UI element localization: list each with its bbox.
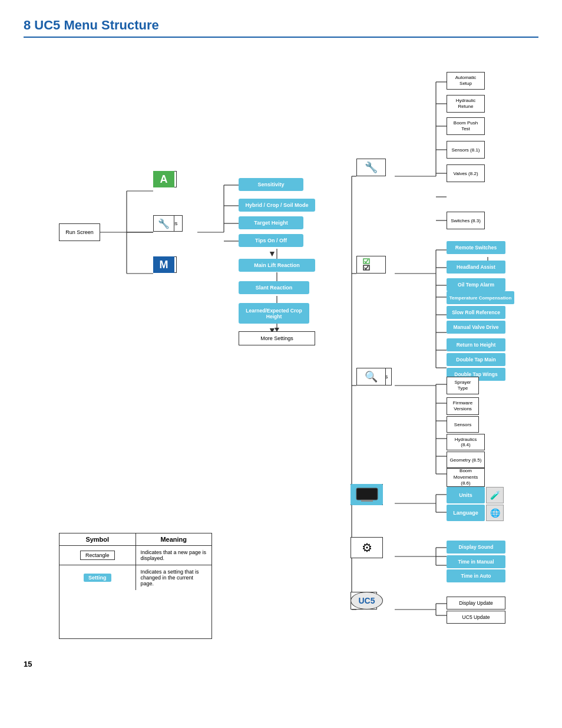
boom-movements-8-6-node: Boom Movements (8.6) (447, 468, 485, 487)
target-height-node: Target Height (239, 216, 303, 229)
more-settings-node: More Settings (239, 331, 315, 345)
legend: Symbol Meaning Rectangle Indicates that … (59, 533, 212, 639)
options-icon (356, 256, 386, 274)
legend-setting-meaning: Indicates a setting that is changed in t… (136, 565, 212, 590)
uc5-update-node: UC5 Update (447, 611, 505, 624)
diagnostics-icon: 🔍 (356, 368, 386, 386)
display-update-node: Display Update (447, 597, 505, 610)
settings-icon: 🔧 (153, 215, 174, 232)
display-settings-icon (351, 484, 383, 505)
geometry-8-5-node: Geometry (8.5) (447, 452, 485, 468)
language-node: Language (447, 505, 485, 521)
legend-symbol-header: Symbol (59, 533, 136, 545)
slow-roll-reference-node: Slow Roll Reference (447, 306, 505, 319)
double-tap-main-node: Double Tap Main (447, 353, 505, 366)
valves-8-2-node: Valves (8.2) (447, 164, 485, 182)
diagram: Run Screen Auto A Settings 🔧 Manual M Se… (24, 50, 538, 639)
run-screen-node: Run Screen (59, 223, 100, 241)
page-number: 15 (24, 660, 32, 668)
main-lift-node: Main Lift Reaction (239, 259, 315, 272)
sensors-diag-node: Sensors (447, 416, 479, 433)
auto-icon: A (153, 171, 174, 187)
hydraulic-retune-node: Hydraulic Retune (447, 95, 485, 113)
switches-8-3-node: Switches (8.3) (447, 212, 485, 229)
time-in-auto-node: Time in Auto (447, 569, 505, 582)
sensors-8-1-node: Sensors (8.1) (447, 141, 485, 159)
return-to-height-node: Return to Height (447, 338, 505, 351)
temperature-compensation-node: Temperature Compensation (447, 291, 514, 304)
sensitivity-node: Sensitivity (239, 178, 303, 191)
remote-switches-node: Remote Switches (447, 241, 505, 254)
hydraulics-8-4-node: Hydraulics (8.4) (447, 434, 485, 450)
oil-temp-alarm-node: Oil Temp Alarm (447, 278, 505, 291)
setup-icon: 🔧 (356, 159, 386, 176)
advanced-settings-icon: ⚙ (351, 537, 383, 558)
slant-reaction-node: Slant Reaction (239, 281, 309, 294)
headland-assist-node: Headland Assist (447, 261, 505, 274)
display-sound-node: Display Sound (447, 541, 505, 554)
update-icon: UC5 (351, 592, 383, 610)
manual-valve-drive-node: Manual Valve Drive (447, 321, 505, 334)
svg-rect-74 (361, 500, 373, 502)
legend-rect-label: Rectangle (80, 551, 115, 560)
sprayer-type-label-node: Sprayer Type (447, 377, 479, 394)
legend-setting-label: Setting (84, 574, 111, 582)
legend-rect-cell: Rectangle (59, 546, 136, 565)
boom-push-test-node: Boom Push Test (447, 117, 485, 135)
page-title: 8 UC5 Menu Structure (24, 18, 538, 38)
hybrid-node: Hybrid / Crop / Soil Mode (239, 199, 315, 212)
learned-crop-node: Learned/Expected Crop Height (239, 303, 309, 324)
legend-setting-cell: Setting (59, 565, 136, 590)
legend-meaning-header: Meaning (136, 533, 212, 545)
tips-on-off-node: Tips On / Off (239, 234, 303, 247)
svg-rect-73 (356, 488, 378, 500)
automatic-setup-node: Automatic Setup (447, 72, 485, 90)
units-node: Units (447, 487, 485, 503)
manual-icon: M (153, 256, 174, 273)
legend-rect-meaning: Indicates that a new page is displayed. (136, 546, 212, 565)
time-in-manual-node: Time in Manual (447, 555, 505, 568)
firmware-versions-node: Firmware Versions (447, 397, 479, 415)
